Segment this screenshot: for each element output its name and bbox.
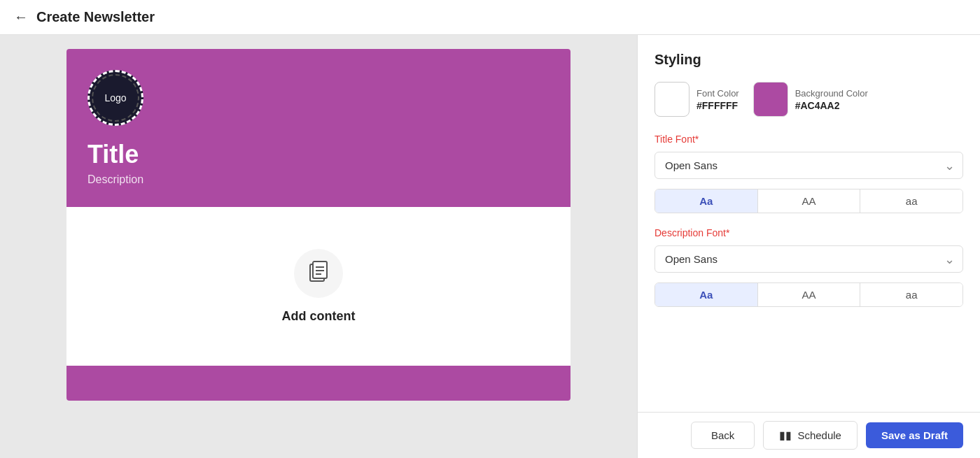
schedule-label: Schedule (797, 429, 841, 441)
add-content-icon-wrapper (294, 249, 343, 298)
bg-color-swatch[interactable] (753, 82, 788, 117)
title-case-btn-AA[interactable]: AA (758, 189, 861, 213)
title-font-select[interactable]: Open Sans Arial Roboto Georgia Times New… (654, 152, 963, 179)
description-case-btn-aa[interactable]: Aa (655, 283, 758, 306)
description-case-buttons: Aa AA aa (654, 282, 963, 307)
newsletter-content[interactable]: Add content (66, 207, 570, 366)
newsletter-title: Title (88, 140, 550, 169)
bottom-bar: Back ▮▮ Schedule Save as Draft (638, 412, 980, 458)
bg-color-hex: #AC4AA2 (795, 100, 868, 111)
newsletter-footer (66, 366, 570, 401)
font-color-hex: #FFFFFF (696, 100, 739, 111)
description-case-btn-lower[interactable]: aa (860, 283, 962, 306)
title-font-label: Title Font* (654, 134, 963, 145)
bg-color-info: Background Color #AC4AA2 (795, 88, 868, 111)
styling-panel-content: Styling Font Color #FFFFFF Background Co… (638, 35, 980, 412)
description-font-select-wrapper: Open Sans Arial Roboto Georgia Times New… (654, 245, 963, 273)
description-font-section: Description Font* Open Sans Arial Roboto… (654, 227, 963, 307)
color-row: Font Color #FFFFFF Background Color #AC4… (654, 82, 963, 117)
title-font-section: Title Font* Open Sans Arial Roboto Georg… (654, 134, 963, 213)
title-font-select-wrapper: Open Sans Arial Roboto Georgia Times New… (654, 152, 963, 179)
logo-title: Logo (104, 92, 126, 103)
bg-color-label: Background Color (795, 88, 868, 99)
add-content-icon (307, 260, 330, 287)
title-case-buttons: Aa AA aa (654, 189, 963, 213)
back-button[interactable]: ← (14, 9, 28, 25)
newsletter-container: Logo Title Description (66, 49, 570, 401)
bg-color-group: Background Color #AC4AA2 (753, 82, 868, 117)
styling-panel-title: Styling (654, 52, 963, 68)
add-content-label: Add content (282, 309, 356, 324)
styling-panel: Styling Font Color #FFFFFF Background Co… (637, 35, 980, 458)
font-color-group: Font Color #FFFFFF (654, 82, 739, 117)
schedule-button[interactable]: ▮▮ Schedule (763, 421, 858, 450)
font-color-swatch[interactable] (654, 82, 690, 117)
newsletter-header: Logo Title Description (66, 49, 570, 207)
save-as-draft-button[interactable]: Save as Draft (866, 422, 963, 448)
main-layout: Logo Title Description (0, 35, 980, 458)
font-color-info: Font Color #FFFFFF (696, 88, 739, 111)
title-case-btn-aa[interactable]: Aa (655, 189, 758, 213)
back-button-footer[interactable]: Back (691, 422, 755, 449)
schedule-icon: ▮▮ (779, 429, 792, 442)
font-color-label: Font Color (696, 88, 739, 99)
description-font-select[interactable]: Open Sans Arial Roboto Georgia Times New… (654, 245, 963, 273)
description-case-btn-AA[interactable]: AA (758, 283, 861, 306)
title-case-btn-lower[interactable]: aa (860, 189, 962, 213)
description-font-label: Description Font* (654, 227, 963, 238)
newsletter-description: Description (88, 173, 550, 186)
preview-area: Logo Title Description (0, 35, 637, 458)
newsletter-logo: Logo (88, 70, 144, 126)
page-title: Create Newsletter (36, 9, 155, 25)
header: ← Create Newsletter (0, 0, 980, 35)
